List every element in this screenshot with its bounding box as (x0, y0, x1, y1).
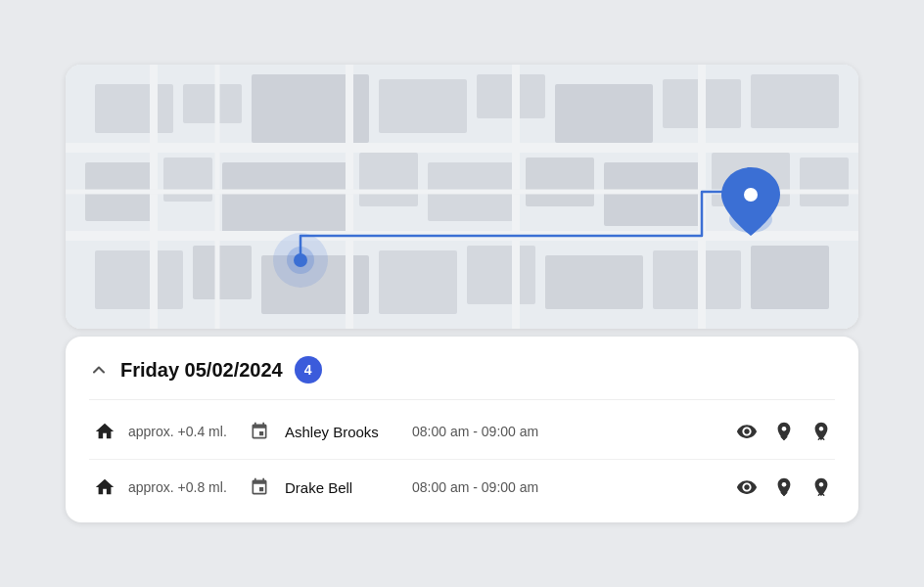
trip-distance: approx. +0.4 ml. (128, 424, 246, 439)
svg-point-38 (744, 188, 758, 202)
svg-rect-4 (379, 79, 467, 133)
map-card (66, 65, 858, 329)
map-svg (66, 65, 858, 329)
calendar-icon (246, 477, 273, 497)
calendar-icon (246, 422, 273, 441)
svg-rect-11 (222, 162, 349, 241)
time-range: 08:00 am - 09:00 am (412, 479, 733, 495)
svg-rect-8 (751, 74, 839, 128)
main-container: Friday 05/02/2024 4 approx. +0.4 ml. Ash… (66, 65, 858, 522)
pickup-button[interactable] (770, 418, 798, 445)
svg-rect-25 (751, 246, 829, 309)
view-button[interactable] (733, 474, 761, 501)
svg-rect-2 (183, 84, 242, 123)
count-badge: 4 (295, 356, 322, 384)
svg-rect-17 (800, 158, 849, 206)
svg-rect-24 (653, 250, 741, 309)
svg-rect-19 (193, 246, 252, 299)
home-icon (89, 476, 120, 498)
trip-row: approx. +0.4 ml. Ashley Brooks 08:00 am … (89, 404, 835, 460)
svg-rect-23 (545, 255, 643, 309)
svg-point-39 (782, 427, 787, 431)
action-icons (733, 474, 835, 501)
collapse-button[interactable] (89, 360, 109, 380)
svg-rect-5 (477, 74, 545, 118)
info-card: Friday 05/02/2024 4 approx. +0.4 ml. Ash… (66, 337, 858, 522)
dropoff-button[interactable] (808, 474, 835, 501)
person-name: Drake Bell (285, 479, 412, 496)
person-name: Ashley Brooks (285, 424, 412, 440)
date-label: Friday 05/02/2024 (120, 359, 283, 382)
view-button[interactable] (733, 418, 761, 445)
svg-rect-10 (163, 158, 212, 202)
dropoff-button[interactable] (808, 418, 835, 445)
svg-rect-12 (359, 153, 418, 206)
svg-point-36 (294, 253, 307, 267)
trip-distance: approx. +0.8 ml. (128, 479, 246, 495)
svg-rect-14 (526, 158, 594, 206)
map-background (66, 65, 858, 329)
svg-rect-1 (95, 84, 173, 133)
date-row: Friday 05/02/2024 4 (89, 356, 835, 400)
pickup-button[interactable] (770, 474, 798, 501)
time-range: 08:00 am - 09:00 am (412, 424, 733, 439)
svg-rect-18 (95, 250, 183, 309)
svg-rect-21 (379, 250, 457, 314)
action-icons (733, 418, 835, 445)
trips-list: approx. +0.4 ml. Ashley Brooks 08:00 am … (89, 404, 835, 515)
svg-rect-6 (555, 84, 653, 143)
svg-point-40 (782, 482, 787, 487)
svg-rect-22 (467, 246, 535, 304)
trip-row: approx. +0.8 ml. Drake Bell 08:00 am - 0… (89, 460, 835, 515)
home-icon (89, 421, 120, 442)
